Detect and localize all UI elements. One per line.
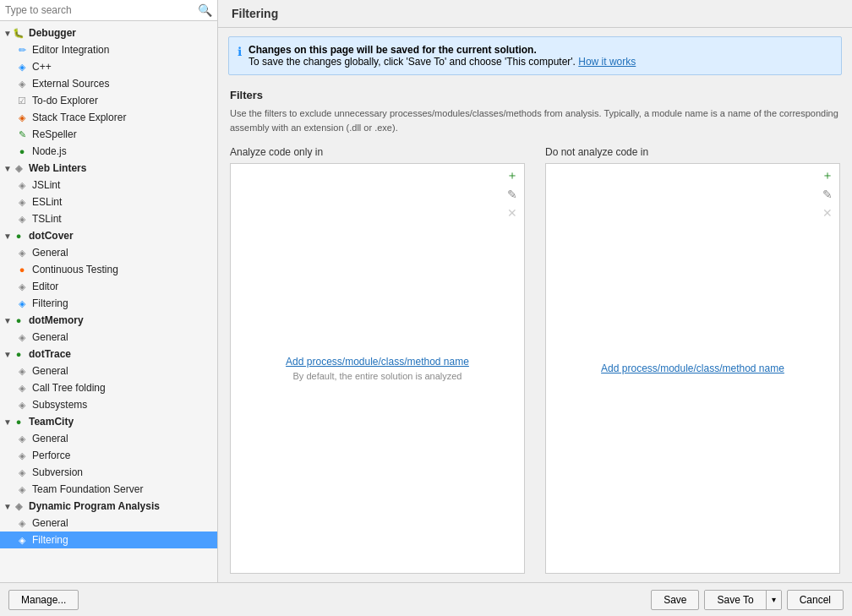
sidebar-item-dotcover[interactable]: ▼ ● dotCover [0, 227, 217, 244]
sidebar-item-label: Stack Trace Explorer [32, 112, 126, 123]
save-to-dropdown-button[interactable]: ▾ [767, 591, 781, 609]
dottrace-icon: ● [12, 347, 25, 361]
sidebar-item-label: General [32, 365, 68, 377]
cpp-icon: ◈ [15, 60, 29, 74]
sidebar-item-dotcover-filtering[interactable]: ◈ Filtering [0, 295, 217, 312]
sidebar-item-label: To-do Explorer [32, 95, 98, 106]
edit-analyze-button[interactable]: ✎ [504, 186, 521, 203]
sidebar-item-label: Editor [32, 281, 58, 292]
sidebar-item-label: JSLint [32, 179, 60, 191]
sidebar-item-dottrace[interactable]: ▼ ● dotTrace [0, 346, 217, 363]
sidebar-item-tslint[interactable]: ◈ TSLint [0, 210, 217, 227]
sidebar-item-label: Debugger [29, 27, 76, 39]
do-not-analyze-content: Add process/module/class/method name [546, 164, 839, 573]
dpa-general-icon: ◈ [15, 516, 29, 530]
add-do-not-analyze-link[interactable]: Add process/module/class/method name [601, 363, 784, 374]
expand-arrow: ▼ [3, 29, 12, 38]
dotcover-general-icon: ◈ [15, 246, 29, 259]
remove-do-not-analyze-button[interactable]: ✕ [819, 204, 836, 221]
call-tree-icon: ◈ [15, 381, 29, 395]
how-it-works-link[interactable]: How it works [578, 56, 636, 68]
sidebar-item-label: ESLint [32, 196, 62, 208]
sidebar-item-dotmemory[interactable]: ▼ ● dotMemory [0, 312, 217, 329]
sidebar-item-label: Perforce [32, 450, 70, 461]
sidebar-item-dpa-filtering[interactable]: ◈ Filtering [0, 532, 217, 548]
filters-title: Filters [230, 89, 840, 101]
sidebar-item-dotcover-general[interactable]: ◈ General [0, 244, 217, 261]
sidebar-item-label: Filtering [32, 534, 68, 546]
footer-left: Manage... [8, 590, 651, 610]
sidebar-item-dotmemory-general[interactable]: ◈ General [0, 329, 217, 346]
jslint-icon: ◈ [15, 178, 29, 192]
sidebar-item-perforce[interactable]: ◈ Perforce [0, 447, 217, 464]
sidebar-item-web-linters[interactable]: ▼ ◈ Web Linters [0, 160, 217, 177]
sidebar-item-label: Filtering [32, 297, 68, 309]
content-area: Filtering ℹ Changes on this page will be… [218, 0, 852, 582]
sidebar-item-tfs[interactable]: ◈ Team Foundation Server [0, 481, 217, 498]
sidebar-item-label: Subversion [32, 466, 83, 478]
sidebar-item-dotcover-editor[interactable]: ◈ Editor [0, 278, 217, 295]
sidebar-item-editor-integration[interactable]: ✏ Editor Integration [0, 41, 217, 58]
cancel-button[interactable]: Cancel [787, 590, 844, 610]
sidebar-item-label: dotMemory [29, 314, 84, 326]
analyze-default-text: By default, the entire solution is analy… [293, 371, 462, 381]
sidebar-item-subsystems[interactable]: ◈ Subsystems [0, 396, 217, 413]
info-banner-normal: To save the changes globally, click 'Sav… [248, 56, 576, 68]
search-input[interactable] [5, 4, 198, 16]
do-not-analyze-toolbar: ＋ ✎ ✕ [816, 164, 839, 225]
add-analyze-button[interactable]: ＋ [504, 167, 521, 184]
add-analyze-link[interactable]: Add process/module/class/method name [286, 356, 469, 368]
do-not-analyze-header: Do not analyze code in [545, 146, 840, 158]
sidebar-item-cpp[interactable]: ◈ C++ [0, 58, 217, 75]
remove-analyze-button[interactable]: ✕ [504, 204, 521, 221]
stack-trace-icon: ◈ [15, 111, 29, 124]
info-icon: ℹ [238, 45, 242, 58]
editor-integration-icon: ✏ [15, 43, 29, 57]
info-banner-bold: Changes on this page will be saved for t… [248, 44, 537, 56]
sidebar-item-debugger[interactable]: ▼ 🐛 Debugger [0, 25, 217, 41]
sidebar-item-continuous-testing[interactable]: ● Continuous Testing [0, 261, 217, 278]
sidebar-item-call-tree-folding[interactable]: ◈ Call Tree folding [0, 379, 217, 396]
dotcover-filtering-icon: ◈ [15, 297, 29, 310]
sidebar-item-eslint[interactable]: ◈ ESLint [0, 194, 217, 210]
sidebar-item-jslint[interactable]: ◈ JSLint [0, 177, 217, 194]
sidebar-item-teamcity-general[interactable]: ◈ General [0, 430, 217, 447]
sidebar-item-label: ReSpeller [32, 128, 77, 140]
sidebar-item-external-sources[interactable]: ◈ External Sources [0, 75, 217, 92]
sidebar-item-dpa[interactable]: ▼ ◈ Dynamic Program Analysis [0, 498, 217, 515]
search-box: 🔍 [0, 0, 217, 21]
filter-panels: Analyze code only in ＋ ✎ ✕ Add process/m… [230, 146, 840, 574]
expand-arrow: ▼ [3, 164, 12, 173]
sidebar-item-respeller[interactable]: ✎ ReSpeller [0, 126, 217, 143]
dotcover-icon: ● [12, 229, 25, 243]
sidebar-item-label: General [32, 247, 68, 259]
manage-button[interactable]: Manage... [8, 590, 79, 610]
footer: Manage... Save Save To ▾ Cancel [0, 582, 852, 616]
external-sources-icon: ◈ [15, 77, 29, 90]
tfs-icon: ◈ [15, 482, 29, 496]
nodejs-icon: ● [15, 144, 29, 158]
subsystems-icon: ◈ [15, 398, 29, 412]
search-icon: 🔍 [198, 3, 212, 17]
sidebar-item-label: Team Foundation Server [32, 483, 143, 495]
sidebar-item-subversion[interactable]: ◈ Subversion [0, 464, 217, 481]
save-button[interactable]: Save [651, 590, 699, 610]
tslint-icon: ◈ [15, 212, 29, 226]
sidebar-item-stack-trace-explorer[interactable]: ◈ Stack Trace Explorer [0, 109, 217, 126]
sidebar-item-teamcity[interactable]: ▼ ● TeamCity [0, 413, 217, 430]
save-to-button[interactable]: Save To [705, 591, 766, 609]
sidebar-item-dpa-general[interactable]: ◈ General [0, 515, 217, 532]
expand-arrow: ▼ [3, 316, 12, 325]
filters-description: Use the filters to exclude unnecessary p… [230, 106, 840, 134]
sidebar-item-label: Continuous Testing [32, 264, 118, 275]
teamcity-icon: ● [12, 415, 25, 428]
add-do-not-analyze-button[interactable]: ＋ [819, 167, 836, 184]
subversion-icon: ◈ [15, 466, 29, 479]
sidebar-item-todo-explorer[interactable]: ☑ To-do Explorer [0, 92, 217, 109]
edit-do-not-analyze-button[interactable]: ✎ [819, 186, 836, 203]
sidebar-item-label: TSLint [32, 213, 62, 225]
sidebar-item-label: Call Tree folding [32, 382, 106, 394]
sidebar-item-dottrace-general[interactable]: ◈ General [0, 363, 217, 379]
sidebar-item-nodejs[interactable]: ● Node.js [0, 143, 217, 160]
debugger-icon: 🐛 [12, 26, 25, 40]
